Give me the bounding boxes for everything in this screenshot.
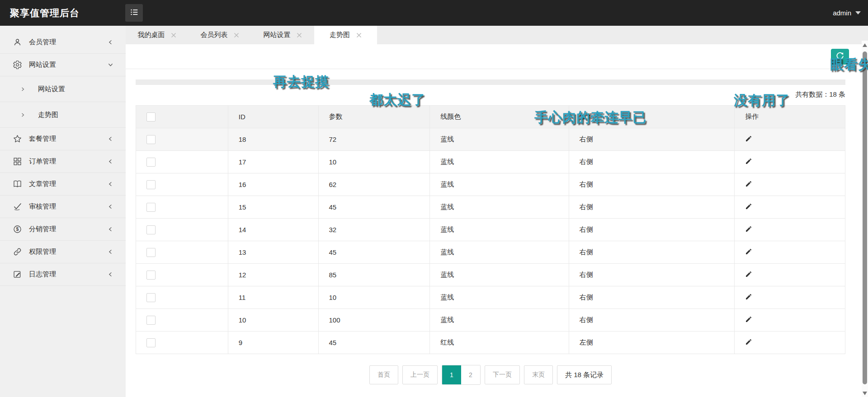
sidebar-item-审核管理[interactable]: 审核管理: [0, 196, 126, 218]
edit-pencil-icon[interactable]: [745, 180, 752, 189]
cell-id: 9: [228, 332, 319, 354]
cell-position: 右侧: [569, 309, 735, 331]
row-checkbox[interactable]: [146, 338, 156, 347]
cell-id: 16: [228, 173, 319, 196]
sidebar-item-订单管理[interactable]: 订单管理: [0, 150, 126, 173]
close-icon[interactable]: [356, 32, 362, 38]
close-icon[interactable]: [297, 32, 302, 38]
sidebar-item-label: 分销管理: [29, 225, 107, 234]
chevron-left-icon: [107, 203, 114, 210]
row-checkbox-cell: [136, 196, 228, 218]
scrollbar-thumb[interactable]: [863, 51, 867, 384]
row-checkbox[interactable]: [146, 248, 156, 257]
pagination-last-button[interactable]: 末页: [524, 365, 553, 384]
sidebar-item-分销管理[interactable]: $分销管理: [0, 218, 126, 241]
tab-走势图[interactable]: 走势图: [314, 26, 377, 44]
pagination-next-button[interactable]: 下一页: [485, 365, 520, 384]
edit-pencil-icon[interactable]: [745, 225, 752, 234]
gear-icon: [13, 60, 22, 70]
top-bar: 聚享值管理后台 admin: [0, 0, 868, 26]
sidebar-item-会员管理[interactable]: 会员管理: [0, 31, 126, 54]
row-checkbox-cell: [136, 264, 228, 286]
sidebar-item-权限管理[interactable]: 权限管理: [0, 241, 126, 263]
row-checkbox[interactable]: [146, 271, 156, 280]
cell-position: 右侧: [569, 173, 735, 196]
cell-id: 12: [228, 264, 319, 286]
total-data-note: 共有数据：18 条: [795, 90, 845, 99]
pagination-page-2[interactable]: 2: [461, 365, 480, 384]
edit-pencil-icon[interactable]: [745, 203, 752, 211]
column-header-线颜色: 线颜色: [430, 106, 569, 128]
tab-会员列表[interactable]: 会员列表: [189, 26, 251, 44]
sidebar-item-label: 会员管理: [29, 38, 107, 47]
row-checkbox-cell: [136, 286, 228, 308]
row-checkbox-cell: [136, 332, 228, 354]
refresh-button[interactable]: [831, 49, 849, 65]
select-all-checkbox[interactable]: [146, 112, 156, 121]
sidebar-item-走势图[interactable]: 走势图: [0, 102, 126, 128]
pagination-total-records[interactable]: 共 18 条记录: [557, 365, 612, 384]
chevron-left-icon: [107, 181, 114, 187]
cell-line_color: 蓝线: [430, 128, 569, 150]
cell-position: 右侧: [569, 241, 735, 263]
user-menu[interactable]: admin: [833, 0, 861, 26]
edit-pencil-icon[interactable]: [745, 338, 752, 347]
vertical-scrollbar[interactable]: [862, 41, 868, 397]
sidebar-item-套餐管理[interactable]: 套餐管理: [0, 128, 126, 150]
scroll-down-icon[interactable]: [863, 392, 867, 395]
row-checkbox-cell: [136, 151, 228, 173]
row-checkbox[interactable]: [146, 180, 156, 189]
row-checkbox[interactable]: [146, 316, 156, 325]
dollar-icon: $: [13, 224, 22, 234]
cell-position: 右侧: [569, 286, 735, 308]
edit-pencil-icon[interactable]: [745, 248, 752, 257]
audit-icon: [13, 202, 22, 211]
row-checkbox[interactable]: [146, 203, 156, 212]
row-checkbox[interactable]: [146, 158, 156, 167]
tab-我的桌面[interactable]: 我的桌面: [126, 26, 189, 44]
column-header-参数: 参数: [319, 106, 430, 128]
row-checkbox[interactable]: [146, 225, 156, 234]
table-row: 1432蓝线右侧: [136, 219, 845, 241]
column-header-位置: 位置: [569, 106, 735, 128]
edit-pencil-icon[interactable]: [745, 135, 752, 144]
cell-line_color: 蓝线: [430, 173, 569, 196]
data-table: ID参数线颜色位置操作1872蓝线右侧1710蓝线右侧1662蓝线右侧1545蓝…: [136, 105, 845, 354]
tab-网站设置[interactable]: 网站设置: [251, 26, 314, 44]
edit-pencil-icon[interactable]: [745, 316, 752, 324]
row-checkbox-cell: [136, 309, 228, 331]
toolbar-placeholder-bar: [136, 79, 845, 85]
grid-icon: [13, 157, 22, 166]
pagination-first-button[interactable]: 首页: [369, 365, 398, 384]
sidebar-item-网站设置[interactable]: 网站设置: [0, 54, 126, 76]
row-checkbox[interactable]: [146, 135, 156, 144]
table-row: 1285蓝线右侧: [136, 264, 845, 286]
close-icon[interactable]: [234, 32, 240, 38]
cell-position: 右侧: [569, 264, 735, 286]
sidebar-item-label: 走势图: [38, 111, 114, 119]
edit-pencil-icon[interactable]: [745, 271, 752, 279]
edit-pencil-icon[interactable]: [745, 158, 752, 166]
cell-position: 左侧: [569, 332, 735, 354]
cell-id: 11: [228, 286, 319, 308]
link-icon: [13, 247, 22, 257]
row-checkbox[interactable]: [146, 293, 156, 302]
sidebar-item-日志管理[interactable]: 日志管理: [0, 263, 126, 286]
row-checkbox-cell: [136, 173, 228, 196]
cell-position: 右侧: [569, 151, 735, 173]
row-checkbox-cell: [136, 128, 228, 150]
table-row: 1545蓝线右侧: [136, 196, 845, 219]
edit-pencil-icon[interactable]: [745, 293, 752, 302]
sidebar-item-网站设置[interactable]: 网站设置: [0, 76, 126, 102]
cell-actions: [735, 196, 845, 218]
tab-bar: 我的桌面会员列表网站设置走势图: [126, 26, 868, 44]
close-icon[interactable]: [171, 32, 177, 38]
sidebar-toggle-button[interactable]: [125, 4, 143, 22]
sidebar-item-文章管理[interactable]: 文章管理: [0, 173, 126, 196]
column-header-操作: 操作: [735, 106, 845, 128]
scroll-up-icon[interactable]: [863, 43, 867, 47]
pagination-prev-button[interactable]: 上一页: [402, 365, 438, 384]
table-row: 1710蓝线右侧: [136, 151, 845, 173]
pagination-page-1[interactable]: 1: [442, 365, 461, 384]
tab-label: 走势图: [330, 31, 350, 39]
